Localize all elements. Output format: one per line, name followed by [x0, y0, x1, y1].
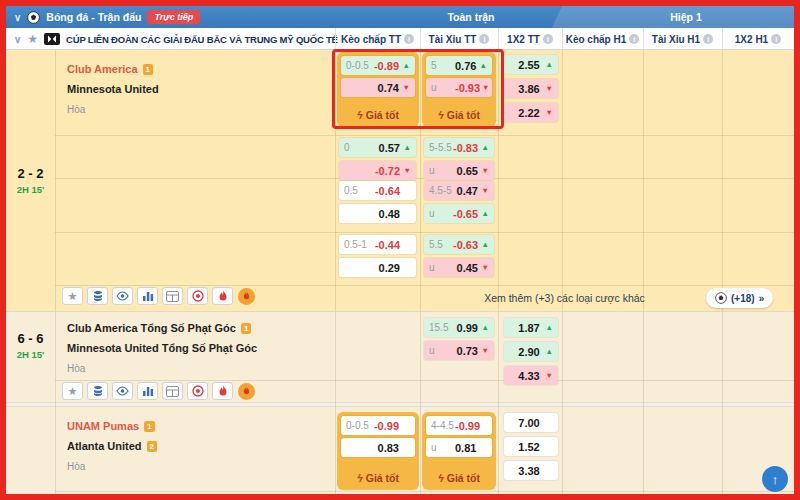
odds-pill[interactable]: 0.74 [341, 78, 415, 97]
eye-icon[interactable] [112, 382, 133, 400]
odds-pill[interactable]: 2.90 [504, 342, 558, 361]
odds-pill[interactable]: 4-4.5-0.99 [426, 416, 492, 435]
favorite-star-icon[interactable]: ★ [62, 382, 83, 400]
odds-pill[interactable]: 0.5-0.64 [339, 181, 416, 200]
odds-value: 0.74 [378, 82, 399, 94]
odds-value: -0.99 [455, 420, 480, 432]
score-cell: 2 - 2 2H 15' [6, 50, 55, 311]
away-team[interactable]: Atlanta United [67, 440, 142, 452]
handicap-cell: 00.57 -0.72 [335, 135, 420, 183]
total-label: 5-5.5 [429, 142, 453, 153]
odds-pill[interactable]: 00.57 [339, 138, 416, 157]
away-team[interactable]: Minnesota United Tổng Số Phạt Góc [67, 342, 257, 354]
hot-badge-icon[interactable] [237, 287, 255, 305]
odds-pill[interactable]: 4.5-50.47 [424, 181, 494, 200]
total-label: 5.5 [429, 239, 453, 250]
chart-icon[interactable] [137, 382, 158, 400]
odds-value: 0.81 [455, 442, 476, 454]
odds-pill[interactable]: 3.38 [504, 461, 558, 480]
odds-pill[interactable]: 0.29 [339, 258, 416, 277]
odds-value: 0.83 [378, 442, 399, 454]
odds-pill[interactable]: 2.55 [504, 55, 558, 74]
odds-pill[interactable]: 0-0.5-0.89 [341, 56, 415, 75]
target-icon[interactable] [187, 382, 208, 400]
chevron-down-icon[interactable]: ∨ [14, 12, 21, 23]
info-icon[interactable]: i [404, 34, 414, 44]
odds-pill[interactable]: 4.33 [504, 366, 558, 385]
odds-value: 7.00 [516, 417, 542, 429]
odds-pill[interactable]: 15.50.99 [424, 318, 494, 337]
chart-icon[interactable] [137, 287, 158, 305]
overunder-good-price-cell[interactable]: 4-4.5-0.99 u0.81 ϟGiá tốt [422, 412, 496, 490]
chevron-down-icon[interactable]: ∨ [14, 34, 21, 45]
odds-pill[interactable]: 50.76 [426, 56, 492, 75]
flame-icon[interactable] [212, 287, 233, 305]
odds-value: 0.99 [457, 322, 478, 334]
odds-value: 0.47 [457, 185, 478, 197]
eye-icon[interactable] [112, 287, 133, 305]
grid-icon[interactable] [162, 287, 183, 305]
good-price-tag: ϟGiá tốt [426, 472, 492, 486]
handicap-label: 0.5 [344, 185, 368, 196]
teams-cell: Club America1 Minnesota United Hòa [67, 59, 159, 119]
odds-pill[interactable]: u-0.65 [424, 204, 494, 223]
hot-badge-icon[interactable] [237, 382, 255, 400]
info-icon[interactable]: i [703, 34, 713, 44]
info-icon[interactable]: i [771, 34, 781, 44]
trend-arrow-icon [480, 144, 489, 152]
draw-label: Hòa [67, 358, 257, 378]
home-team[interactable]: UNAM Pumas [67, 420, 139, 432]
odds-pill[interactable]: 3.86 [504, 79, 558, 98]
odds-pill[interactable]: 0.5-1-0.44 [339, 235, 416, 254]
teams-cell: UNAM Pumas1 Atlanta United2 Hòa [67, 416, 157, 476]
odds-pill[interactable]: 7.00 [504, 413, 558, 432]
odds-value: -0.65 [453, 208, 478, 220]
total-label: 4-4.5 [431, 420, 455, 431]
trend-arrow-icon [544, 61, 553, 69]
trend-arrow-icon [402, 167, 411, 175]
odds-value: -0.72 [375, 165, 400, 177]
target-icon[interactable] [187, 287, 208, 305]
odds-pill[interactable]: 5.5-0.63 [424, 235, 494, 254]
odds-pill[interactable]: u-0.93 [426, 78, 492, 97]
odds-value: -0.64 [375, 185, 400, 197]
odds-pill[interactable]: 0-0.5-0.99 [341, 416, 415, 435]
flame-icon[interactable] [212, 382, 233, 400]
odds-value: -0.93 [455, 82, 480, 94]
odds-pill[interactable]: 1.87 [504, 318, 558, 337]
odds-value: 0.73 [457, 345, 478, 357]
1x2-cell: 7.00 1.52 3.38 [500, 410, 562, 483]
away-team[interactable]: Minnesota United [67, 83, 159, 95]
odds-pill[interactable]: u0.73 [424, 341, 494, 360]
odds-pill[interactable]: 0.48 [339, 204, 416, 223]
handicap-good-price-cell[interactable]: 0-0.5-0.89 0.74 ϟGiá tốt [337, 52, 419, 127]
info-icon[interactable]: i [543, 34, 553, 44]
info-icon[interactable]: i [479, 34, 489, 44]
stats-icon[interactable] [87, 382, 108, 400]
home-team[interactable]: Club America Tổng Số Phạt Góc [67, 322, 236, 334]
favorite-star-icon[interactable]: ★ [62, 287, 83, 305]
league-name: CÚP LIÊN ĐOÀN CÁC GIẢI ĐẤU BẮC VÀ TRUNG … [66, 34, 338, 45]
grid-icon[interactable] [162, 382, 183, 400]
total-label: u [429, 208, 453, 219]
stats-icon[interactable] [87, 287, 108, 305]
odds-pill[interactable]: 2.22 [504, 103, 558, 122]
odds-pill[interactable]: 5-5.5-0.83 [424, 138, 494, 157]
home-team[interactable]: Club America [67, 63, 138, 75]
overunder-good-price-cell[interactable]: 50.76 u-0.93 ϟGiá tốt [422, 52, 496, 127]
odds-pill[interactable]: u0.45 [424, 258, 494, 277]
odds-pill[interactable]: 1.52 [504, 437, 558, 456]
odds-pill[interactable]: 0.83 [341, 438, 415, 457]
goal-badge: 1 [241, 323, 251, 334]
handicap-label: 0-0.5 [346, 420, 370, 431]
odds-pill[interactable]: u0.81 [426, 438, 492, 457]
back-to-top-button[interactable]: ↑ [762, 466, 788, 492]
star-icon[interactable]: ★ [27, 33, 38, 45]
handicap-good-price-cell[interactable]: 0-0.5-0.99 0.83 ϟGiá tốt [337, 412, 419, 490]
full-match-section-label: Toàn trận [386, 6, 556, 28]
match-tools: ★ [62, 287, 255, 305]
info-icon[interactable]: i [629, 34, 639, 44]
col-header-handicap-ft: Kèo chấp TTi [335, 28, 420, 50]
more-bets-pill[interactable]: (+18) » [706, 288, 773, 308]
lightning-icon: ϟ [357, 472, 363, 484]
